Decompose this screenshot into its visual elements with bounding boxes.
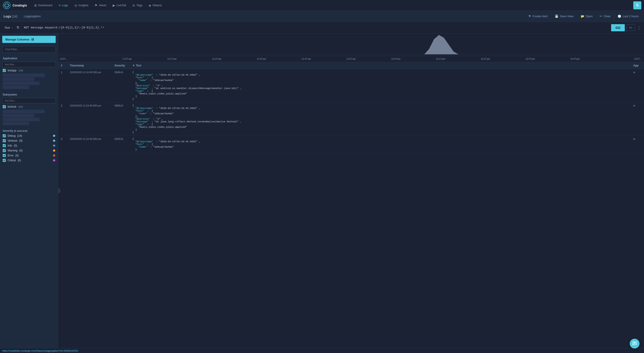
col-header-text[interactable]: ▼Text [130,62,630,69]
time-label-3: 11:27:am [194,58,239,60]
col-header-severity[interactable]: Severity [112,62,130,69]
severity-label-error: Error [8,154,14,157]
severity-verbose[interactable]: Verbose (0) [0,138,58,143]
svg-point-0 [3,2,10,9]
query-bar: Text ↔ ⚗ GO +\- ⋮ [0,22,644,34]
time-label-11: 12:47:pm [552,58,597,60]
log-table: # Timestamp Severity ▼Text App 1 22/03/2… [58,62,644,153]
tags-icon: ⊘ [132,4,135,7]
query-input[interactable] [24,26,609,29]
time-label-5: 11:47:am [284,58,329,60]
chat-icon [632,341,637,346]
query-menu-button[interactable]: ⋮ [637,25,641,31]
severity-critical[interactable]: Critical (0) [0,158,58,163]
time-label-2: 11:17:am [150,58,194,60]
row-app-0: te [630,69,644,103]
time-label-6: 11:57:am [329,58,374,60]
blank-box-1 [3,73,45,77]
nav-insights[interactable]: ◎ Insights [72,2,91,9]
time-range-button[interactable]: 🕐 Last 2 hours [616,14,640,19]
blank-box-8 [3,122,29,125]
filter-icon: ▼ [132,64,135,67]
severity-count-info: (0) [14,144,17,147]
subsystem-filter-input[interactable] [2,98,56,103]
table-row[interactable]: 1 22/03/2020 12:10:45.595 pm DEBUG { "@t… [58,69,644,103]
main-content: Manage Columns ⊟ Application testapp (14… [0,34,644,348]
severity-checkbox-warning[interactable] [3,149,6,152]
application-item-testapp[interactable]: testapp (14) [0,68,58,73]
application-filter-input[interactable] [2,62,56,67]
save-view-button[interactable]: 💾 Save View [553,14,575,19]
row-timestamp-0: 22/03/2020 12:10:45.595 pm [67,69,112,103]
blank-box-7 [3,118,40,121]
severity-dot-critical [53,159,55,162]
logs-icon: ≡ [58,4,60,7]
nav-alerts[interactable]: ⚑ Alerts [92,2,109,9]
severity-error[interactable]: Error (0) [0,153,58,158]
dashboard-icon: ⊞ [34,4,37,7]
severity-count-debug: (14) [17,134,22,137]
severity-checkbox-error[interactable] [3,154,6,157]
blank-box-6 [3,114,34,117]
nav-dashboard[interactable]: ⊞ Dashboard [32,2,55,9]
manage-columns-button[interactable]: Manage Columns ⊟ [2,36,56,43]
col-header-app[interactable]: App [630,62,644,69]
table-row[interactable]: 3 22/03/2020 12:10:45.595 pm DEBUG { "@t… [58,136,644,153]
subsystem-checkbox-testsub[interactable] [3,105,6,108]
time-label-12: 12:57:... [598,58,642,60]
time-label-10: 12:37:pm [508,58,552,60]
table-row[interactable]: 2 22/03/2020 12:10:45.595 pm DEBUG { "@t… [58,103,644,136]
nav-tags[interactable]: ⊘ Tags [130,2,145,9]
plus-minus-button[interactable]: +\- [626,24,635,31]
blank-box-5 [3,110,45,113]
time-label-9: 12:27:pm [463,58,508,60]
log-table-container[interactable]: # Timestamp Severity ▼Text App 1 22/03/2… [58,62,644,348]
col-header-timestamp[interactable]: Timestamp [67,62,112,69]
application-checkbox-testapp[interactable] [3,69,6,72]
severity-checkbox-verbose[interactable] [3,139,6,142]
time-label-4: 11:37:am [239,58,284,60]
row-timestamp-2: 22/03/2020 12:10:45.595 pm [67,136,112,153]
subsystem-label-testsub: testsub [8,105,16,108]
row-num-2: 3 [58,136,67,153]
row-severity-1: DEBUG [112,103,130,136]
create-alert-button[interactable]: ⚑ Create Alert [526,14,550,19]
severity-debug[interactable]: Debug (14) [0,133,58,138]
severity-checkbox-info[interactable] [3,144,6,147]
nav-logs[interactable]: ≡ Logs [56,2,71,9]
severity-warning[interactable]: Warning (0) [0,148,58,153]
user-avatar[interactable]: S [633,1,641,10]
open-button[interactable]: 📂 Open [579,14,594,19]
severity-info[interactable]: Info (0) [0,143,58,148]
severity-checkbox-critical[interactable] [3,159,6,162]
nav-items: ⊞ Dashboard ≡ Logs ◎ Insights ⚑ Alerts ▶… [32,2,633,9]
query-type-selector[interactable]: Text ↔ ⚗ [3,25,21,31]
chat-bubble-button[interactable] [630,339,640,348]
nav-livetail[interactable]: ▶ LiveTail [110,2,129,9]
subsystem-section-title: Subsystem [0,91,58,97]
tab-loggregation[interactable]: Loggregation [22,14,42,19]
sub-nav-actions: ⚑ Create Alert 💾 Save View 📂 Open ✏ Clea… [526,14,640,19]
col-header-num: # [58,62,67,69]
row-severity-0: DEBUG [112,69,130,103]
row-timestamp-1: 22/03/2020 12:10:45.595 pm [67,103,112,136]
severity-dot-verbose [53,140,55,142]
clear-button[interactable]: ✏ Clear [598,14,612,19]
query-type-label: Text [4,26,10,29]
row-severity-2: DEBUG [112,136,130,153]
sub-nav-title: Logs (14) [4,15,18,18]
nav-kibana[interactable]: ◈ Kibana [146,2,164,9]
time-label-7: 12:07:pm [374,58,418,60]
severity-count-verbose: (0) [19,139,22,142]
severity-section-title: Severity (6 selected) [0,128,58,133]
find-filter-input[interactable] [2,46,56,53]
insights-icon: ◎ [74,4,77,7]
subsystem-item-testsub[interactable]: testsub (14) [0,104,58,109]
blank-box-3 [3,81,40,85]
logo-area[interactable]: Coralogix [3,1,27,10]
application-label-testapp: testapp [8,69,16,72]
go-button[interactable]: GO [611,24,625,31]
severity-checkbox-debug[interactable] [3,134,6,137]
alerts-icon: ⚑ [94,4,98,7]
log-tbody: 1 22/03/2020 12:10:45.595 pm DEBUG { "@t… [58,69,644,153]
